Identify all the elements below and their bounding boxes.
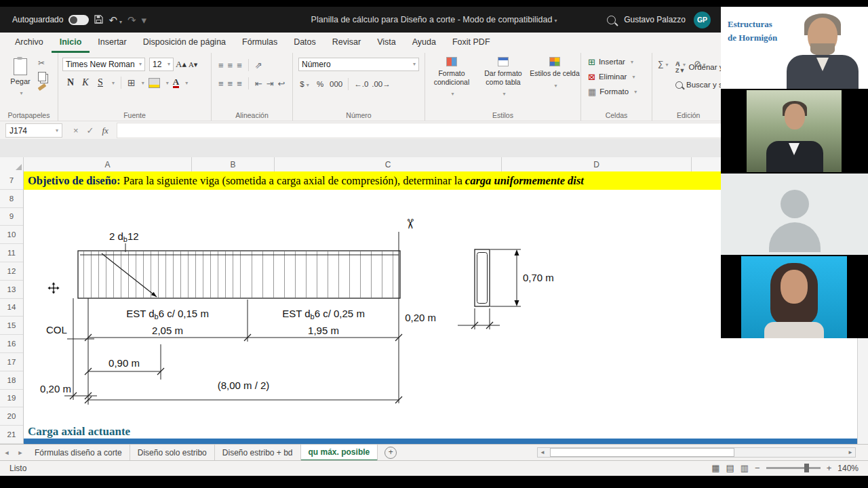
tab-disposicion[interactable]: Disposición de página (135, 33, 234, 53)
sheet-nav-right-icon[interactable]: ► (14, 445, 27, 461)
insert-function-icon[interactable]: fx (102, 125, 108, 136)
font-name-select[interactable]: Times New Roman▾ (62, 58, 145, 71)
redo-icon[interactable]: ↷ (127, 15, 136, 25)
row-header[interactable]: 13 (0, 281, 23, 299)
name-box[interactable]: J174▾ (5, 123, 62, 138)
row-header[interactable]: 14 (0, 299, 23, 317)
borders-icon[interactable]: ⊞ (127, 77, 136, 88)
copy-icon[interactable] (38, 72, 46, 81)
delete-cells-button[interactable]: ⊠Eliminar▾ (581, 68, 652, 83)
paste-button[interactable]: Pegar▾ (5, 57, 35, 102)
zoom-in-icon[interactable]: + (827, 463, 832, 473)
decrease-decimal-icon[interactable]: .00→ (372, 78, 391, 90)
tab-insertar[interactable]: Insertar (90, 33, 134, 53)
orientation-icon[interactable]: ⇗ (255, 61, 262, 70)
increase-decimal-icon[interactable]: ←.0 (354, 78, 368, 90)
avatar[interactable]: GP (694, 12, 711, 28)
tab-revisar[interactable]: Revisar (324, 33, 369, 53)
section-heading-cell[interactable]: Carga axial actuante (28, 424, 130, 441)
customize-toolbar-icon[interactable]: ▾ (142, 15, 147, 25)
sheet-tab-solo-estribo[interactable]: Diseño solo estribo (130, 445, 215, 461)
conditional-format-button[interactable]: Formato condicional▾ (427, 57, 477, 98)
participant-tile-3[interactable] (721, 174, 868, 256)
tab-ayuda[interactable]: Ayuda (404, 33, 444, 53)
undo-icon[interactable]: ↶▾ (108, 15, 122, 25)
cancel-icon[interactable]: × (73, 125, 79, 136)
fill-color-icon[interactable] (149, 78, 160, 88)
zoom-level[interactable]: 140% (837, 464, 859, 473)
tab-datos[interactable]: Datos (285, 33, 324, 53)
row-header[interactable]: 15 (0, 317, 23, 335)
align-center-icon[interactable]: ≡ (228, 79, 233, 88)
sheet-tab-formulas[interactable]: Fórmulas diseño a corte (27, 445, 130, 461)
participant-tile-presenter[interactable]: Estructuras de Hormigón (721, 7, 868, 89)
tab-foxit-pdf[interactable]: Foxit PDF (444, 33, 498, 53)
participant-tile-2[interactable] (721, 90, 868, 172)
normal-view-icon[interactable]: ▦ (711, 463, 719, 473)
sheet-nav-left-icon[interactable]: ◄ (0, 445, 14, 461)
user-name[interactable]: Gustavo Palazzo (624, 15, 686, 24)
tab-formulas[interactable]: Fórmulas (234, 33, 285, 53)
align-top-icon[interactable]: ≡ (218, 61, 224, 70)
row-header[interactable]: 16 (0, 335, 23, 353)
autosum-icon[interactable]: ∑▾ (652, 59, 669, 68)
tab-archivo[interactable]: Archivo (7, 33, 52, 53)
shrink-font-icon[interactable]: A▾ (189, 60, 197, 69)
row-header[interactable]: 8 (0, 190, 23, 208)
zoom-slider-thumb[interactable] (804, 464, 809, 472)
format-painter-icon[interactable] (38, 83, 47, 91)
format-cells-button[interactable]: ▦Formato▾ (581, 83, 652, 98)
bold-button[interactable]: N (65, 77, 76, 88)
column-header-a[interactable]: A (24, 157, 192, 171)
column-header-b[interactable]: B (192, 157, 275, 171)
cell-styles-button[interactable]: Estilos de celda▾ (530, 57, 580, 90)
wrap-text-icon[interactable]: ↩ (278, 79, 285, 88)
insert-cells-button[interactable]: ⊞Insertar▾ (581, 53, 652, 68)
percent-format-button[interactable]: % (314, 78, 326, 90)
row-header[interactable]: 19 (0, 390, 23, 408)
underline-button[interactable]: S (95, 77, 106, 88)
hscroll-left-icon[interactable]: ◄ (538, 449, 547, 455)
select-all-corner[interactable] (0, 157, 24, 171)
align-bottom-icon[interactable]: ≡ (237, 61, 242, 70)
save-icon[interactable] (94, 15, 103, 25)
currency-format-button[interactable]: $▾ (298, 78, 311, 90)
autosave-toggle[interactable] (68, 15, 89, 25)
search-icon[interactable] (607, 16, 616, 24)
sheet-tab-qu-max[interactable]: qu máx. posible (301, 445, 378, 461)
font-color-icon[interactable]: A (173, 77, 179, 88)
column-header-c[interactable]: C (275, 157, 502, 171)
grow-font-icon[interactable]: A▴ (176, 59, 186, 70)
increase-indent-icon[interactable]: ⇥ (267, 79, 274, 88)
column-header-d[interactable]: D (502, 157, 692, 171)
row-header[interactable]: 10 (0, 226, 23, 244)
zoom-out-icon[interactable]: − (755, 463, 760, 473)
page-layout-view-icon[interactable]: ▤ (726, 463, 734, 473)
participant-tile-4[interactable] (721, 256, 868, 338)
sheet-tab-estribo-bd[interactable]: Diseño estribo + bd (215, 445, 301, 461)
new-sheet-button[interactable]: + (384, 447, 397, 459)
number-format-select[interactable]: Número▾ (298, 58, 419, 71)
row-header[interactable]: 18 (0, 371, 23, 390)
tab-inicio[interactable]: Inicio (52, 33, 90, 53)
cut-icon[interactable]: ✂ (38, 58, 46, 68)
font-size-select[interactable]: 12▾ (149, 58, 174, 71)
row-header[interactable]: 21 (0, 426, 23, 444)
row-header[interactable]: 12 (0, 262, 23, 281)
thousands-format-button[interactable]: 000 (330, 78, 342, 90)
row-header[interactable]: 9 (0, 208, 23, 226)
decrease-indent-icon[interactable]: ⇤ (255, 79, 262, 88)
italic-button[interactable]: K (80, 77, 91, 88)
row-header[interactable]: 17 (0, 353, 23, 371)
hscroll-thumb[interactable] (550, 448, 734, 457)
page-break-view-icon[interactable]: ▥ (741, 463, 749, 473)
horizontal-scrollbar[interactable]: ◄ ► (537, 447, 856, 458)
format-as-table-button[interactable]: Dar formato como tabla▾ (478, 57, 528, 98)
hscroll-right-icon[interactable]: ► (846, 449, 855, 455)
row-header[interactable]: 20 (0, 407, 23, 426)
zoom-slider[interactable] (766, 467, 821, 469)
row-header[interactable]: 7 (0, 171, 23, 190)
enter-icon[interactable]: ✓ (87, 125, 94, 136)
row-header[interactable]: 11 (0, 244, 23, 262)
align-middle-icon[interactable]: ≡ (228, 61, 233, 70)
